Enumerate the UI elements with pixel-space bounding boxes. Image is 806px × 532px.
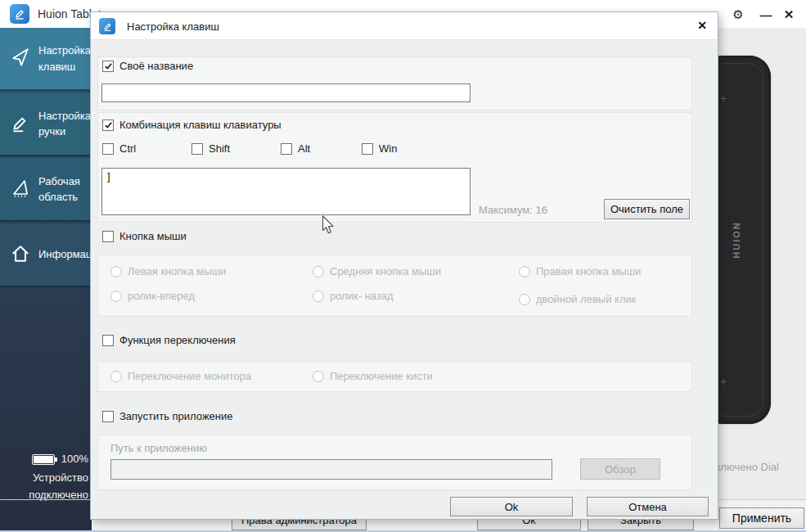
device-status-block: 100% Устройство подключено <box>0 451 88 504</box>
launch-app-panel: Путь к приложению Обзор <box>97 435 692 490</box>
modifier-ctrl-checkbox[interactable]: Ctrl <box>102 142 136 155</box>
checkbox-unchecked-icon[interactable] <box>102 335 114 346</box>
checkbox-checked-icon[interactable] <box>102 61 114 72</box>
key-settings-dialog: Настройка клавиш ✕ Своё название Комбина… <box>90 11 718 520</box>
radio-icon <box>519 294 530 305</box>
radio-icon <box>110 266 122 277</box>
mouse-button-checkbox[interactable]: Кнопка мыши <box>102 230 187 242</box>
radio-icon <box>110 291 122 302</box>
radio-switch-monitor: Переключение монитора <box>110 370 251 382</box>
huion-logo-icon <box>99 18 115 34</box>
custom-name-checkbox[interactable]: Своё название <box>102 60 193 72</box>
huion-brand-label: HUION <box>732 221 741 258</box>
modifier-win-checkbox[interactable]: Win <box>362 142 397 155</box>
radio-switch-brush: Переключение кисти <box>313 370 433 382</box>
checkbox-checked-icon[interactable] <box>102 119 114 131</box>
pencil-icon <box>10 112 31 136</box>
device-status-line1: Устройство <box>0 470 88 487</box>
browse-button: Обзор <box>580 458 660 480</box>
huion-logo-icon <box>10 4 29 24</box>
radio-icon <box>313 266 324 277</box>
sidebar: Настройка клавиш Настройка ручки Рабочая… <box>0 28 92 532</box>
radio-icon <box>313 371 324 382</box>
dialog-ok-button[interactable]: Ok <box>450 497 573 516</box>
triangle-ruler-icon <box>10 178 31 201</box>
modifier-alt-checkbox[interactable]: Alt <box>281 142 310 155</box>
apply-button[interactable]: Применить <box>719 507 804 529</box>
clear-field-button[interactable]: Очистить поле <box>604 199 690 219</box>
mouse-options-panel: Левая кнопка мыши Средняя кнопка мыши Пр… <box>97 255 692 317</box>
settings-gear-icon[interactable]: ⚙ <box>729 6 747 24</box>
sidebar-item-work-area[interactable]: Рабочая область <box>0 158 92 222</box>
battery-icon <box>32 454 55 465</box>
radio-icon <box>313 291 324 302</box>
home-icon <box>10 243 31 267</box>
huion-tablet-window: Huion Tablet ⚙ — ✕ Настройка клавиш Наст… <box>0 0 806 532</box>
max-keys-label: Максимум: 16 <box>479 204 547 216</box>
radio-scroll-up: ролик-вперед <box>110 290 195 302</box>
sidebar-item-label: Настройка ручки <box>38 108 92 140</box>
modifier-shift-checkbox[interactable]: Shift <box>191 142 230 155</box>
battery-percent: 100% <box>61 451 88 468</box>
minimize-button[interactable]: — <box>757 6 775 24</box>
device-status-line2: подключено <box>0 487 88 504</box>
dialog-cancel-button[interactable]: Отмена <box>587 497 709 516</box>
radio-double-left-click: двойной левый клик <box>519 293 636 305</box>
app-path-input <box>110 459 552 480</box>
switch-options-panel: Переключение монитора Переключение кисти <box>97 361 692 392</box>
checkbox-unchecked-icon[interactable] <box>102 411 114 422</box>
switch-function-checkbox[interactable]: Функция переключения <box>102 334 236 346</box>
dialog-title: Настройка клавиш <box>127 20 219 33</box>
sidebar-item-key-settings[interactable]: Настройка клавиш <box>0 28 92 91</box>
key-combo-checkbox[interactable]: Комбинация клавиш клавиатуры <box>102 119 281 131</box>
cursor-arrow-icon <box>10 47 31 70</box>
sidebar-item-label: Настройка клавиш <box>38 43 92 74</box>
checkbox-unchecked-icon[interactable] <box>102 231 114 242</box>
sidebar-item-pen-settings[interactable]: Настройка ручки <box>0 92 92 156</box>
key-combo-input[interactable]: ] <box>101 168 471 215</box>
close-window-button[interactable]: ✕ <box>780 6 798 24</box>
radio-right-mouse: Правая кнопка мыши <box>519 265 641 277</box>
tablet-crosshair-top: + <box>720 92 727 105</box>
radio-scroll-down: ролик- назад <box>313 290 394 302</box>
sidebar-item-info[interactable]: Информация <box>0 223 92 287</box>
custom-name-input[interactable] <box>101 83 471 102</box>
tablet-crosshair-bottom: + <box>720 375 727 388</box>
checkbox-unchecked-icon[interactable] <box>102 143 114 155</box>
sidebar-item-label: Рабочая область <box>38 174 92 205</box>
checkbox-unchecked-icon[interactable] <box>191 143 203 155</box>
radio-middle-mouse: Средняя кнопка мыши <box>313 265 441 277</box>
dialog-titlebar: Настройка клавиш ✕ <box>91 12 718 40</box>
radio-icon <box>110 371 122 382</box>
dialog-close-icon[interactable]: ✕ <box>697 19 707 32</box>
radio-left-mouse: Левая кнопка мыши <box>110 265 226 277</box>
checkbox-unchecked-icon[interactable] <box>281 143 292 155</box>
radio-icon <box>519 266 530 277</box>
sidebar-item-label: Информация <box>38 246 92 263</box>
app-path-label: Путь к приложению <box>110 442 207 454</box>
launch-app-checkbox[interactable]: Запустить приложение <box>102 410 232 422</box>
checkbox-unchecked-icon[interactable] <box>362 143 373 155</box>
